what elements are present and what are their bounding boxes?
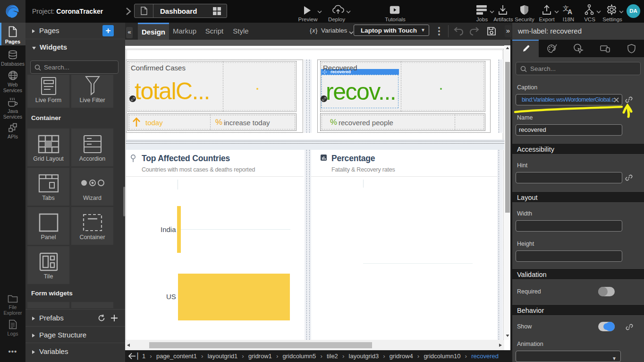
svg-text:A: A xyxy=(568,8,572,15)
